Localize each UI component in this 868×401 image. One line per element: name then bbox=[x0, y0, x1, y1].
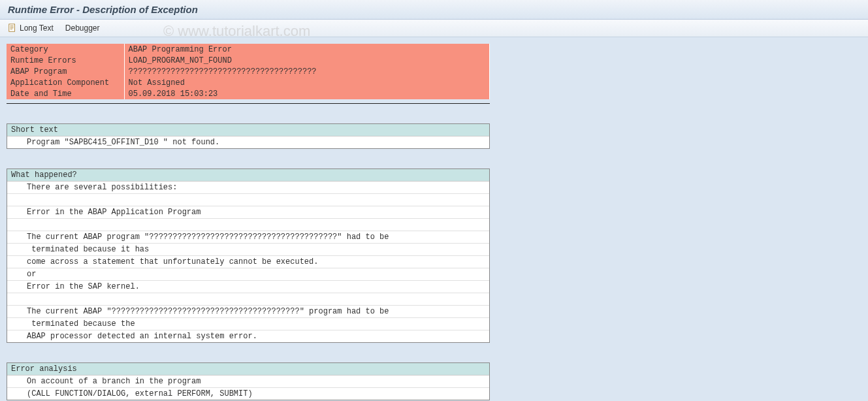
section-header: Error analysis bbox=[7, 363, 489, 376]
svg-rect-0 bbox=[9, 24, 15, 31]
error-info-table: CategoryABAP Programming ErrorRuntime Er… bbox=[7, 44, 490, 99]
info-label: Runtime Errors bbox=[7, 55, 124, 66]
section-box: What happened?There are several possibil… bbox=[7, 168, 490, 343]
info-row: Application ComponentNot Assigned bbox=[7, 77, 490, 88]
section-line bbox=[7, 219, 489, 231]
section-line: terminated because the bbox=[7, 318, 489, 330]
section-line: Program "SAPBC415_OFFINT_D10 " not found… bbox=[7, 136, 489, 148]
debugger-button[interactable]: Debugger bbox=[65, 24, 100, 33]
info-row: ABAP Program????????????????????????????… bbox=[7, 66, 490, 77]
page-title: Runtime Error - Description of Exception bbox=[8, 4, 860, 15]
info-label: ABAP Program bbox=[7, 66, 124, 77]
document-icon bbox=[8, 24, 17, 33]
long-text-button[interactable]: Long Text bbox=[8, 24, 54, 33]
info-row: CategoryABAP Programming Error bbox=[7, 44, 490, 55]
debugger-label: Debugger bbox=[65, 24, 100, 33]
info-label: Application Component bbox=[7, 77, 124, 88]
section-line: (CALL FUNCTION/DIALOG, external PERFORM,… bbox=[7, 388, 489, 400]
content-area: CategoryABAP Programming ErrorRuntime Er… bbox=[0, 37, 868, 401]
section-line: There are several possibilities: bbox=[7, 182, 489, 194]
info-row: Runtime ErrorsLOAD_PROGRAM_NOT_FOUND bbox=[7, 55, 490, 66]
section-line: The current ABAP "??????????????????????… bbox=[7, 306, 489, 318]
divider bbox=[7, 103, 490, 104]
info-label: Date and Time bbox=[7, 88, 124, 99]
section-line: or bbox=[7, 268, 489, 281]
section-line: Error in the SAP kernel. bbox=[7, 281, 489, 293]
info-value: ABAP Programming Error bbox=[124, 44, 490, 55]
section-header: Short text bbox=[7, 124, 489, 136]
section-header: What happened? bbox=[7, 169, 489, 182]
section-box: Short textProgram "SAPBC415_OFFINT_D10 "… bbox=[7, 123, 490, 149]
section-line bbox=[7, 293, 489, 306]
section-line: terminated because it has bbox=[7, 244, 489, 256]
section-box: Error analysisOn account of a branch in … bbox=[7, 362, 490, 400]
info-label: Category bbox=[7, 44, 124, 55]
info-value: Not Assigned bbox=[124, 77, 490, 88]
toolbar: Long Text Debugger bbox=[0, 20, 868, 37]
section-line bbox=[7, 194, 489, 206]
long-text-label: Long Text bbox=[20, 24, 54, 33]
info-value: ???????????????????????????????????????? bbox=[124, 66, 490, 77]
section-line: Error in the ABAP Application Program bbox=[7, 206, 489, 219]
info-value: LOAD_PROGRAM_NOT_FOUND bbox=[124, 55, 490, 66]
section-line: come across a statement that unfortunate… bbox=[7, 256, 489, 268]
title-bar: Runtime Error - Description of Exception bbox=[0, 0, 868, 20]
info-row: Date and Time05.09.2018 15:03:23 bbox=[7, 88, 490, 99]
section-line: ABAP processor detected an internal syst… bbox=[7, 330, 489, 342]
section-line: On account of a branch in the program bbox=[7, 376, 489, 388]
info-value: 05.09.2018 15:03:23 bbox=[124, 88, 490, 99]
section-line: The current ABAP program "??????????????… bbox=[7, 231, 489, 244]
